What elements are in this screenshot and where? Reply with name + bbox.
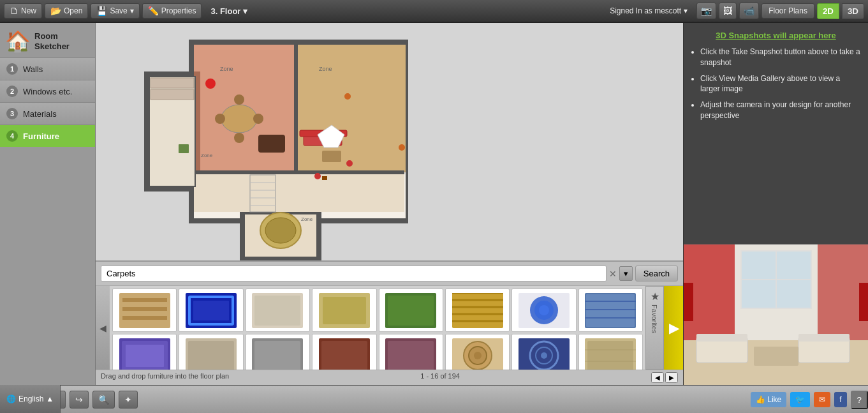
svg-point-11 (234, 94, 244, 105)
camera-button[interactable]: 📹 (739, 3, 759, 19)
mode-3d-button[interactable]: 3D (842, 3, 864, 19)
list-item[interactable] (312, 289, 376, 332)
items-count: 1 - 16 of 194 (420, 372, 460, 383)
svg-text:Zone: Zone (220, 66, 233, 72)
scroll-left-button[interactable]: ◀ (96, 286, 110, 370)
mode-2d-button[interactable]: 2D (817, 3, 839, 19)
svg-rect-23 (151, 78, 194, 88)
svg-rect-37 (322, 176, 327, 180)
zoom-button[interactable]: 🔍 (92, 391, 115, 409)
signed-in-label: Signed In as mescott ▾ (610, 6, 688, 15)
list-item[interactable] (112, 289, 177, 332)
svg-rect-20 (258, 135, 285, 153)
svg-text:Zone: Zone (201, 153, 213, 158)
svg-rect-106 (587, 341, 633, 370)
signed-in-dropdown-icon: ▾ (684, 6, 688, 15)
svg-point-14 (253, 114, 263, 124)
help-button[interactable]: ? (851, 391, 868, 409)
list-item[interactable] (511, 289, 576, 332)
list-item[interactable] (578, 334, 643, 370)
svg-point-22 (265, 218, 296, 243)
search-bar: ✕ ▾ Search (96, 262, 683, 286)
nav-num-4: 4 (6, 130, 18, 142)
svg-rect-56 (684, 283, 693, 321)
svg-rect-70 (388, 296, 434, 326)
lang-icon: 🌐 (6, 394, 16, 403)
list-item[interactable] (379, 289, 443, 332)
floor-dropdown-icon: ▾ (243, 6, 247, 16)
svg-rect-55 (754, 347, 798, 366)
svg-rect-5 (194, 172, 404, 212)
lang-button[interactable]: 🌐 English ▲ (0, 385, 61, 413)
view-buttons: 📷 🖼 📹 Floor Plans 2D 3D (696, 3, 864, 19)
svg-rect-24 (151, 89, 194, 100)
floor-plans-button[interactable]: Floor Plans (761, 3, 814, 19)
new-button[interactable]: 🗋 New (4, 3, 42, 19)
svg-point-35 (346, 160, 353, 167)
puzzle-button[interactable]: ✦ (119, 391, 138, 409)
page-left-button[interactable]: ◀ (651, 372, 664, 383)
list-item[interactable] (179, 289, 243, 332)
email-button[interactable]: ✉ (814, 392, 830, 407)
svg-point-36 (314, 173, 321, 179)
properties-icon: ✏️ (148, 6, 159, 16)
svg-rect-38 (179, 144, 189, 153)
svg-rect-60 (122, 307, 167, 311)
right-panel: 3D Snapshots will appear here Click the … (683, 23, 868, 385)
twitter-button[interactable]: 🐦 (790, 392, 810, 407)
svg-rect-57 (859, 283, 868, 321)
left-sidebar: 🏠 Room Sketcher 1 Walls 2 Windows etc. 3… (0, 23, 96, 385)
snapshot-button[interactable]: 📷 (696, 3, 716, 19)
list-item[interactable] (312, 334, 376, 370)
list-item[interactable] (445, 289, 510, 332)
list-item[interactable] (445, 334, 510, 370)
nav-num-2: 2 (6, 86, 18, 97)
svg-text:Zone: Zone (301, 216, 313, 222)
save-button[interactable]: 💾 Save ▾ (91, 3, 139, 19)
svg-rect-4 (297, 45, 406, 172)
svg-point-34 (399, 144, 405, 151)
list-item[interactable] (246, 334, 310, 370)
media-gallery-button[interactable]: 🖼 (719, 3, 737, 19)
items-area: ◀ (96, 286, 683, 370)
svg-rect-88 (126, 345, 164, 367)
sidebar-item-walls[interactable]: 1 Walls (0, 57, 95, 80)
list-item[interactable] (578, 289, 643, 332)
svg-text:Zone: Zone (319, 66, 332, 72)
svg-rect-19 (322, 151, 341, 162)
scroll-right-button[interactable]: ▶ (664, 286, 683, 370)
search-input[interactable] (101, 266, 607, 282)
svg-rect-59 (122, 298, 167, 302)
svg-rect-94 (321, 341, 367, 370)
open-button[interactable]: 📂 Open (45, 3, 88, 19)
facebook-button[interactable]: f (834, 392, 846, 407)
list-item[interactable] (179, 334, 243, 370)
svg-rect-92 (254, 341, 300, 370)
search-button[interactable]: Search (635, 266, 678, 282)
list-item[interactable] (112, 334, 177, 370)
items-grid (110, 286, 645, 370)
list-item[interactable] (511, 334, 576, 370)
sidebar-item-furniture[interactable]: 4 Furniture (0, 124, 95, 147)
floor-label: 3. Floor ▾ (210, 6, 247, 16)
sidebar-item-windows[interactable]: 2 Windows etc. (0, 80, 95, 102)
room-preview-image (684, 244, 868, 385)
search-dropdown-button[interactable]: ▾ (619, 266, 633, 281)
page-right-button[interactable]: ▶ (665, 372, 678, 383)
list-item[interactable] (246, 289, 310, 332)
redo-button[interactable]: ↪ (70, 391, 89, 409)
snapshot-bullet-1: Click the Take Snapshot button above to … (700, 47, 860, 68)
clear-search-button[interactable]: ✕ (609, 269, 617, 279)
logo-text: Room Sketcher (34, 31, 70, 51)
svg-point-104 (541, 352, 547, 359)
like-button[interactable]: 👍 Like (751, 392, 786, 407)
list-item[interactable] (379, 334, 443, 370)
logo-icon: 🏠 (5, 29, 31, 54)
svg-point-10 (221, 105, 257, 133)
snapshot-bullet-2: Click View Media Gallery above to view a… (700, 73, 860, 95)
nav-num-3: 3 (6, 108, 18, 119)
save-dropdown-icon: ▾ (130, 6, 134, 15)
properties-button[interactable]: ✏️ Properties (142, 3, 202, 19)
favorites-tab[interactable]: ★ Favorites (645, 286, 664, 370)
sidebar-item-materials[interactable]: 3 Materials (0, 102, 95, 124)
